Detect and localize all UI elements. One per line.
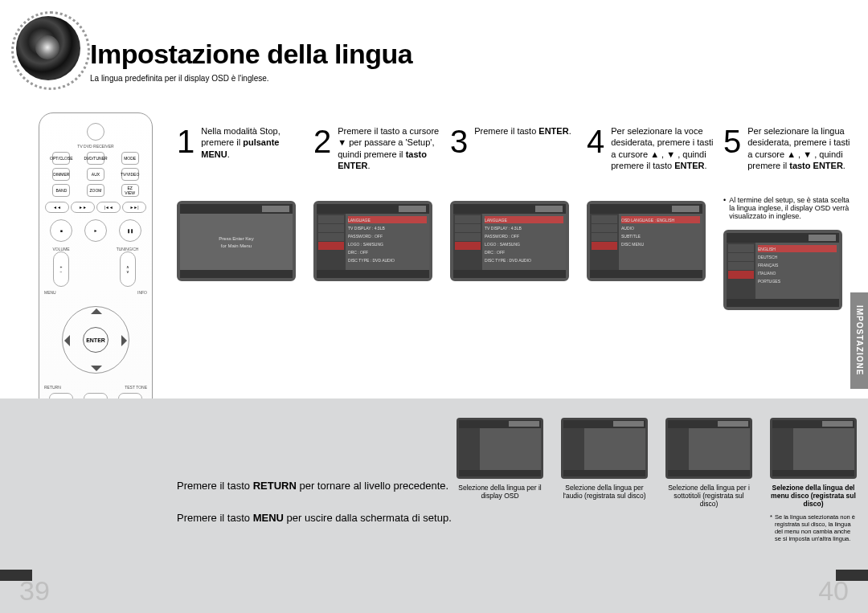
mini-3: Selezione della lingua per i sottotitoli… (665, 418, 752, 542)
step-2: 2 Premere il tasto a cursore ▼ per passa… (313, 125, 442, 310)
footer-notes: Premere il tasto RETURN per tornare al l… (177, 479, 466, 543)
step5-footnote: •Al termine del setup, se è stata scelta… (723, 196, 852, 220)
page-subtitle: La lingua predefinita per il display OSD… (90, 74, 269, 83)
mini-4: Selezione della lingua del menu disco (r… (770, 418, 857, 542)
mini-2: Selezione della lingua per l'audio (regi… (561, 418, 648, 542)
steps-row: 1 Nella modalità Stop, premere il pulsan… (177, 125, 852, 310)
step-5: 5 Per selezionare la lingua desiderata, … (723, 125, 852, 310)
screenshot-1: Press Enter Keyfor Main Menu (177, 201, 296, 281)
page-number-right: 40 (818, 575, 849, 607)
screenshot-4: OSD LANGUAGE : ENGLISH AUDIO SUBTITLE DI… (587, 201, 706, 281)
step-3: 3 Premere il tasto ENTER. LANGUAGE TV DI… (450, 125, 579, 310)
page-title: Impostazione della lingua (90, 39, 412, 70)
speaker-decor (16, 16, 80, 80)
mini-screens-row: Selezione della lingua per il display OS… (457, 418, 852, 542)
step-1: 1 Nella modalità Stop, premere il pulsan… (177, 125, 305, 310)
section-side-tab: IMPOSTAZIONE (850, 292, 868, 389)
mini-1: Selezione della lingua per il display OS… (457, 418, 543, 542)
screenshot-3: LANGUAGE TV DISPLAY : 4:3LB PASSWORD : O… (450, 201, 569, 281)
screenshot-2: LANGUAGE TV DISPLAY : 4:3LB PASSWORD : O… (313, 201, 432, 281)
screenshot-5: ENGLISH DEUTSCH FRANÇAIS ITALIANO PORTUG… (723, 230, 842, 310)
step-4: 4 Per selezionare la voce desiderata, pr… (587, 125, 715, 310)
page-number-left: 39 (19, 575, 50, 607)
